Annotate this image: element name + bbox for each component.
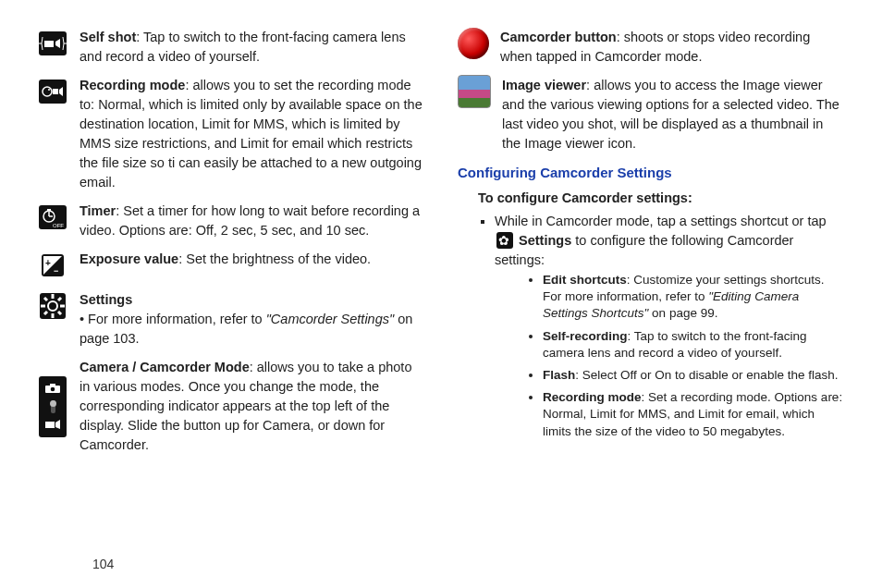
timer-body: : Set a timer for how long to wait befor…	[80, 203, 420, 238]
item-exposure: +− Exposure value: Set the brightness of…	[37, 250, 424, 281]
page-number: 104	[92, 557, 114, 571]
exposure-icon: +−	[37, 250, 68, 281]
camera-camcorder-mode-icon	[37, 358, 68, 455]
image-viewer-thumbnail-icon	[458, 76, 491, 107]
intro-pre: While in Camcorder mode, tap a settings …	[495, 214, 827, 228]
right-column: Camcorder button: shoots or stops video …	[458, 28, 845, 545]
bullet-self-recording: Self-recording: Tap to switch to the fro…	[543, 328, 845, 361]
item-recording-mode: Recording mode: allows you to set the re…	[37, 76, 424, 192]
b3t: Recording mode	[543, 390, 642, 404]
imgviewer-text: Image viewer: allows you to access the I…	[502, 76, 845, 153]
item-timer: OFF Timer: Set a timer for how long to w…	[37, 202, 424, 240]
settings-bullet: • For more information, refer to "Camcor…	[80, 310, 424, 349]
timer-text: Timer: Set a timer for how long to wait …	[80, 202, 424, 240]
intro-settings-word: Settings	[519, 233, 571, 248]
exposure-body: : Set the brightness of the video.	[178, 251, 371, 266]
b1t: Self-recording	[543, 329, 628, 343]
b2b: : Select Off or On to disable or enable …	[575, 368, 838, 382]
item-settings: Settings • For more information, refer t…	[37, 290, 424, 349]
cambtn-title: Camcorder button	[500, 30, 617, 44]
svg-line-21	[58, 312, 61, 314]
svg-point-3	[48, 89, 50, 91]
svg-line-20	[44, 298, 47, 300]
subheading: To configure Camcorder settings:	[478, 189, 845, 208]
exposure-title: Exposure value	[80, 251, 178, 266]
bullet-recording-mode: Recording mode: Set a recording mode. Op…	[543, 389, 845, 440]
svg-rect-9	[47, 209, 51, 211]
settings-ref: "Camcorder Settings"	[266, 312, 394, 326]
svg-point-26	[51, 387, 55, 392]
svg-marker-28	[55, 420, 60, 429]
settings-gear-inline-icon	[496, 232, 513, 249]
settings-gear-icon	[37, 290, 68, 322]
svg-text:OFF: OFF	[53, 223, 64, 228]
svg-rect-4	[53, 89, 58, 94]
left-column: Self shot: Tap to switch to the front-fa…	[37, 28, 424, 545]
svg-point-2	[43, 87, 52, 96]
settings-prefix: • For more information, refer to	[80, 312, 266, 326]
cambtn-text: Camcorder button: shoots or stops video …	[500, 28, 845, 67]
recmode-body: : allows you to set the recording mode t…	[80, 78, 423, 190]
svg-line-23	[44, 312, 47, 314]
recmode-text: Recording mode: allows you to set the re…	[80, 76, 424, 192]
record-button-icon	[458, 28, 489, 59]
settings-title: Settings	[80, 292, 132, 307]
svg-line-22	[58, 298, 61, 300]
svg-rect-25	[50, 384, 55, 386]
imgviewer-title: Image viewer	[502, 78, 586, 92]
intro-item: While in Camcorder mode, tap a settings …	[495, 212, 845, 440]
square-list: While in Camcorder mode, tap a settings …	[458, 212, 845, 440]
recording-mode-icon	[37, 76, 68, 107]
sub-bullets: Edit shortcuts: Customize your settings …	[517, 272, 845, 440]
item-cammode: Camera / Camcorder Mode: allows you to t…	[37, 358, 424, 455]
recmode-title: Recording mode	[80, 78, 185, 92]
item-camcorder-button: Camcorder button: shoots or stops video …	[458, 28, 845, 67]
cammode-title: Camera / Camcorder Mode	[80, 360, 250, 374]
timer-icon: OFF	[37, 202, 68, 233]
svg-text:−: −	[54, 266, 58, 276]
svg-marker-5	[59, 87, 63, 96]
selfshot-title: Self shot	[80, 30, 136, 44]
b2t: Flash	[543, 368, 575, 382]
cammode-text: Camera / Camcorder Mode: allows you to t…	[80, 358, 424, 455]
svg-text:+: +	[45, 258, 51, 268]
svg-rect-27	[45, 422, 55, 428]
b0s: on page 99.	[648, 306, 717, 320]
timer-title: Timer	[80, 203, 116, 218]
exposure-text: Exposure value: Set the brightness of th…	[80, 250, 424, 281]
bullet-flash: Flash: Select Off or On to disable or en…	[543, 367, 845, 384]
self-shot-icon	[37, 28, 68, 59]
item-selfshot: Self shot: Tap to switch to the front-fa…	[37, 28, 424, 67]
section-title: Configuring Camcorder Settings	[458, 163, 845, 183]
item-image-viewer: Image viewer: allows you to access the I…	[458, 76, 845, 153]
svg-rect-0	[44, 41, 54, 47]
page: Self shot: Tap to switch to the front-fa…	[0, 0, 882, 555]
svg-point-15	[48, 301, 57, 311]
svg-marker-1	[55, 39, 60, 48]
settings-text: Settings • For more information, refer t…	[80, 290, 424, 349]
selfshot-text: Self shot: Tap to switch to the front-fa…	[80, 28, 424, 67]
bullet-edit-shortcuts: Edit shortcuts: Customize your settings …	[543, 272, 845, 323]
b0t: Edit shortcuts	[543, 273, 627, 287]
